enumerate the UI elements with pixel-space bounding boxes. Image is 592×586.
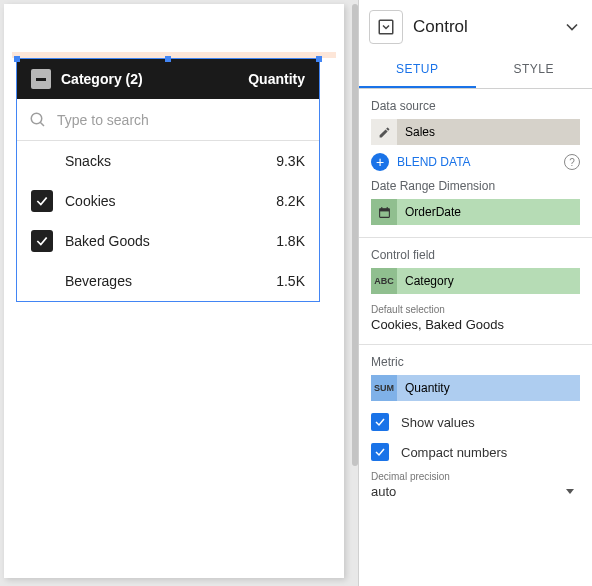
checkbox-unchecked[interactable] bbox=[31, 270, 53, 292]
list-item[interactable]: Beverages1.5K bbox=[17, 261, 319, 301]
item-label: Snacks bbox=[65, 153, 276, 169]
tab-style[interactable]: STYLE bbox=[476, 52, 593, 88]
list-item[interactable]: Snacks9.3K bbox=[17, 141, 319, 181]
text-dimension-icon: ABC bbox=[371, 268, 397, 294]
svg-point-0 bbox=[31, 113, 42, 124]
control-field-chip[interactable]: ABC Category bbox=[371, 268, 580, 294]
search-icon bbox=[29, 111, 47, 129]
default-selection-label: Default selection bbox=[371, 304, 580, 315]
panel-titlebar: Control bbox=[359, 0, 592, 52]
decimal-precision-label: Decimal precision bbox=[371, 471, 580, 482]
item-value: 9.3K bbox=[276, 153, 305, 169]
calendar-icon bbox=[371, 199, 397, 225]
panel-tabs: SETUP STYLE bbox=[359, 52, 592, 89]
checkbox-unchecked[interactable] bbox=[31, 150, 53, 172]
resize-handle[interactable] bbox=[165, 56, 171, 62]
section-metric: Metric SUM Quantity Show values Compact … bbox=[359, 345, 592, 511]
item-label: Cookies bbox=[65, 193, 276, 209]
metric-label: Metric bbox=[371, 355, 580, 369]
show-values-toggle[interactable]: Show values bbox=[371, 413, 580, 431]
item-label: Beverages bbox=[65, 273, 276, 289]
help-icon[interactable]: ? bbox=[564, 154, 580, 170]
pencil-icon[interactable] bbox=[371, 119, 397, 145]
control-field-label: Control field bbox=[371, 248, 580, 262]
control-field-value: Category bbox=[397, 268, 580, 294]
control-type-icon[interactable] bbox=[369, 10, 403, 44]
compact-numbers-label: Compact numbers bbox=[401, 445, 507, 460]
properties-panel: Control SETUP STYLE Data source Sales + … bbox=[358, 0, 592, 586]
show-values-label: Show values bbox=[401, 415, 475, 430]
checkbox-checked-icon bbox=[371, 443, 389, 461]
compact-numbers-toggle[interactable]: Compact numbers bbox=[371, 443, 580, 461]
blend-data-label: BLEND DATA bbox=[397, 155, 471, 169]
indeterminate-checkbox-icon[interactable] bbox=[31, 69, 51, 89]
svg-rect-4 bbox=[379, 208, 389, 211]
list-item[interactable]: Cookies8.2K bbox=[17, 181, 319, 221]
search-row bbox=[17, 99, 319, 141]
resize-handle[interactable] bbox=[14, 56, 20, 62]
decimal-precision-value: auto bbox=[371, 484, 396, 499]
header-column-quantity: Quantity bbox=[248, 71, 305, 87]
decimal-precision-select[interactable]: auto bbox=[371, 484, 580, 499]
list-item[interactable]: Baked Goods1.8K bbox=[17, 221, 319, 261]
data-source-name: Sales bbox=[397, 119, 580, 145]
widget-header: Category (2) Quantity bbox=[17, 59, 319, 99]
header-column-category: Category (2) bbox=[61, 71, 143, 87]
item-value: 1.5K bbox=[276, 273, 305, 289]
chevron-down-icon[interactable] bbox=[562, 17, 582, 37]
section-data-source: Data source Sales + BLEND DATA ? Date Ra… bbox=[359, 89, 592, 238]
panel-title: Control bbox=[413, 17, 552, 37]
caret-down-icon bbox=[566, 489, 574, 494]
date-range-label: Date Range Dimension bbox=[371, 179, 580, 193]
report-canvas: Category (2) Quantity Snacks9.3KCookies8… bbox=[4, 4, 344, 578]
blend-data-button[interactable]: + BLEND DATA ? bbox=[371, 153, 580, 171]
category-filter-control[interactable]: Category (2) Quantity Snacks9.3KCookies8… bbox=[16, 58, 320, 302]
checkbox-checked-icon bbox=[371, 413, 389, 431]
tab-setup[interactable]: SETUP bbox=[359, 52, 476, 88]
checkbox-checked-icon[interactable] bbox=[31, 230, 53, 252]
sum-metric-icon: SUM bbox=[371, 375, 397, 401]
section-control-field: Control field ABC Category Default selec… bbox=[359, 238, 592, 345]
svg-rect-2 bbox=[379, 20, 393, 34]
search-input[interactable] bbox=[57, 112, 307, 128]
checkbox-checked-icon[interactable] bbox=[31, 190, 53, 212]
metric-chip[interactable]: SUM Quantity bbox=[371, 375, 580, 401]
date-range-chip[interactable]: OrderDate bbox=[371, 199, 580, 225]
date-range-value: OrderDate bbox=[397, 199, 580, 225]
metric-value: Quantity bbox=[397, 375, 580, 401]
default-selection-value[interactable]: Cookies, Baked Goods bbox=[371, 317, 580, 332]
item-value: 1.8K bbox=[276, 233, 305, 249]
data-source-chip[interactable]: Sales bbox=[371, 119, 580, 145]
panel-body: Data source Sales + BLEND DATA ? Date Ra… bbox=[359, 89, 592, 586]
svg-line-1 bbox=[40, 122, 44, 126]
item-value: 8.2K bbox=[276, 193, 305, 209]
plus-icon: + bbox=[371, 153, 389, 171]
item-label: Baked Goods bbox=[65, 233, 276, 249]
resize-handle[interactable] bbox=[316, 56, 322, 62]
options-list: Snacks9.3KCookies8.2KBaked Goods1.8KBeve… bbox=[17, 141, 319, 301]
data-source-label: Data source bbox=[371, 99, 580, 113]
